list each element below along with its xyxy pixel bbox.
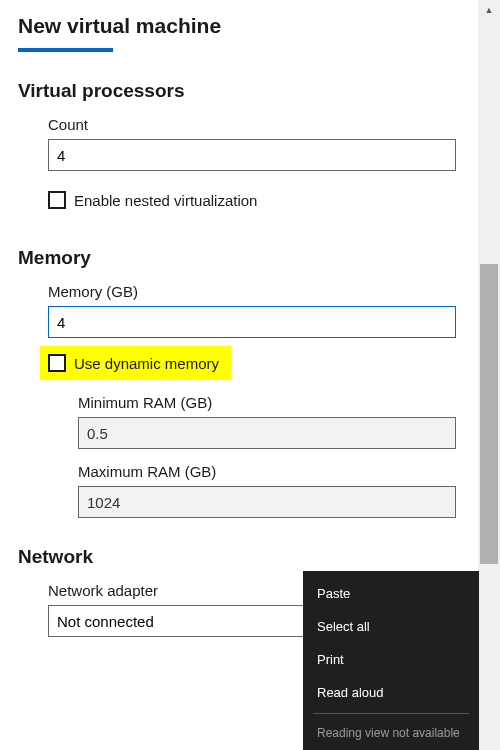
scrollbar-track[interactable]: ▲ <box>478 0 500 750</box>
section-heading-network: Network <box>18 546 460 568</box>
label-nested: Enable nested virtualization <box>74 192 257 209</box>
label-count: Count <box>48 116 460 133</box>
section-heading-vproc: Virtual processors <box>18 80 460 102</box>
input-count[interactable] <box>48 139 456 171</box>
page-title: New virtual machine <box>18 14 460 38</box>
label-memory: Memory (GB) <box>48 283 460 300</box>
menu-item-reading-view: Reading view not available <box>303 718 479 750</box>
input-min-ram[interactable] <box>78 417 456 449</box>
input-max-ram[interactable] <box>78 486 456 518</box>
scrollbar-up-icon[interactable]: ▲ <box>478 0 500 20</box>
context-menu: Paste Select all Print Read aloud Readin… <box>303 571 479 750</box>
section-heading-memory: Memory <box>18 247 460 269</box>
input-memory[interactable] <box>48 306 456 338</box>
row-dynamic-memory[interactable]: Use dynamic memory <box>40 346 231 380</box>
menu-separator <box>313 713 469 714</box>
label-dynamic-memory: Use dynamic memory <box>74 355 219 372</box>
menu-item-select-all[interactable]: Select all <box>303 610 479 643</box>
checkbox-dynamic-memory[interactable] <box>48 354 66 372</box>
label-max-ram: Maximum RAM (GB) <box>78 463 460 480</box>
label-min-ram: Minimum RAM (GB) <box>78 394 460 411</box>
row-nested-virtualization[interactable]: Enable nested virtualization <box>48 191 460 209</box>
checkbox-nested[interactable] <box>48 191 66 209</box>
title-underline <box>18 48 113 52</box>
scrollbar-thumb[interactable] <box>480 264 498 564</box>
menu-item-print[interactable]: Print <box>303 643 479 676</box>
menu-item-paste[interactable]: Paste <box>303 577 479 610</box>
menu-item-read-aloud[interactable]: Read aloud <box>303 676 479 709</box>
